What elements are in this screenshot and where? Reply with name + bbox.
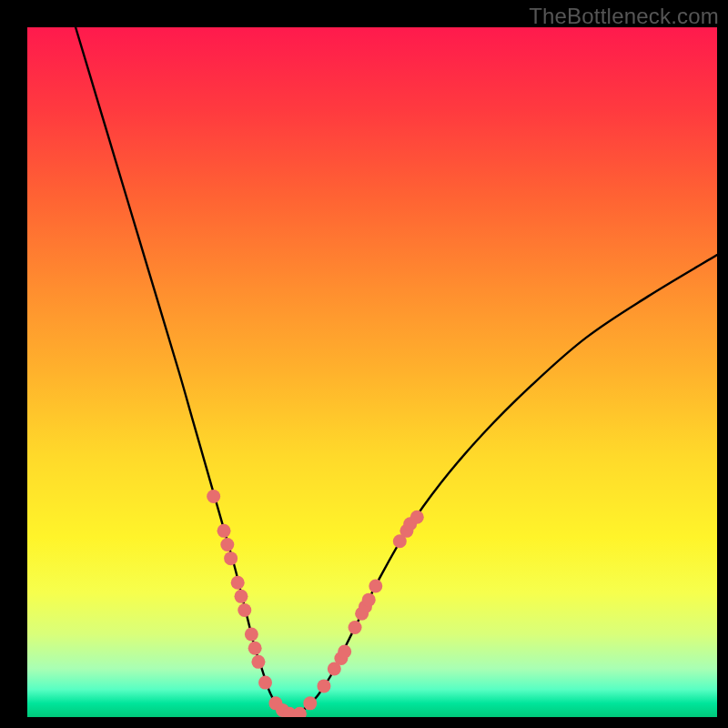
- chart-plot-area: [27, 27, 717, 717]
- chart-marker: [224, 551, 238, 565]
- chart-marker: [217, 524, 231, 538]
- chart-marker: [245, 628, 258, 642]
- chart-marker: [349, 621, 362, 634]
- bottleneck-curve: [76, 27, 717, 717]
- chart-marker: [369, 579, 382, 592]
- chart-frame: TheBottleneck.com: [0, 0, 728, 728]
- chart-marker: [362, 593, 376, 607]
- chart-marker: [238, 603, 251, 617]
- chart-marker: [251, 655, 265, 669]
- chart-marker: [248, 642, 262, 655]
- chart-marker: [258, 676, 272, 690]
- chart-marker: [220, 538, 234, 551]
- chart-markers: [207, 490, 424, 717]
- watermark-text: TheBottleneck.com: [529, 4, 719, 29]
- chart-marker: [303, 696, 317, 710]
- chart-marker: [317, 679, 330, 693]
- chart-svg: [27, 27, 717, 717]
- chart-marker: [231, 576, 245, 590]
- chart-marker: [338, 644, 351, 658]
- chart-marker: [207, 490, 220, 503]
- chart-marker: [410, 511, 424, 524]
- chart-marker: [234, 590, 248, 603]
